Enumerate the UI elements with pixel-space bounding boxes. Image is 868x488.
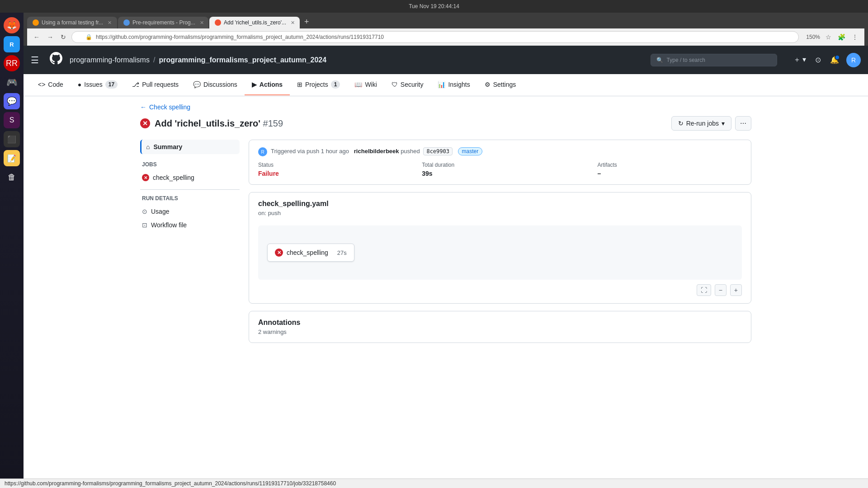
browser-chrome: Using a formal testing fr... ✕ Pre-requi… <box>24 13 868 46</box>
more-options-button[interactable]: ⋯ <box>735 116 751 131</box>
menu-button[interactable]: ⋮ <box>850 32 860 42</box>
app-icon-terminal[interactable]: ⬛ <box>4 131 20 147</box>
address-bar: ← → ↻ 🔒 https://github.com/programming-f… <box>27 28 864 46</box>
run-main-panel: R Triggered via push 1 hour ago richelbi… <box>249 140 751 343</box>
os-bar: Tue Nov 19 20:44:14 <box>0 0 868 13</box>
search-icon: 🔍 <box>656 57 663 63</box>
tab3-favicon <box>215 19 221 26</box>
org-link[interactable]: programming-formalisms <box>70 56 150 64</box>
app-icon-rr[interactable]: RR <box>4 55 20 71</box>
new-tab-button[interactable]: + <box>301 15 313 28</box>
artifacts-value: – <box>597 170 742 177</box>
fullscreen-button[interactable]: ⛶ <box>697 284 711 296</box>
sidebar-summary-label: Summary <box>153 143 182 150</box>
nav-wiki-label: Wiki <box>365 81 377 88</box>
user-avatar[interactable]: R <box>846 53 861 67</box>
app-icon-steam[interactable]: 🎮 <box>4 74 20 90</box>
tab1-close[interactable]: ✕ <box>108 20 112 26</box>
nav-code-label: Code <box>48 81 63 88</box>
star-button[interactable]: ☆ <box>824 32 833 42</box>
zoom-in-button[interactable]: + <box>730 284 742 296</box>
annotations-sub: 2 warnings <box>258 328 742 335</box>
pr-icon: ⎇ <box>132 81 139 88</box>
artifacts-col: Artifacts – <box>597 162 742 177</box>
duration-value: 39s <box>422 170 579 177</box>
nav-code[interactable]: <> Code <box>31 75 71 95</box>
usage-icon: ⊙ <box>142 208 147 215</box>
sidebar-workflow-file-label: Workflow file <box>151 221 187 229</box>
tab2-close[interactable]: ✕ <box>200 20 204 26</box>
run-status-icon: ✕ <box>140 118 150 128</box>
reload-button[interactable]: ↻ <box>59 32 68 42</box>
nav-pr-label: Pull requests <box>142 81 179 88</box>
nav-settings-label: Settings <box>493 81 516 88</box>
sidebar-workflow-file-item[interactable]: ⊡ Workflow file <box>140 219 240 231</box>
meta-grid: Status Failure Total duration 39s Artifa… <box>258 162 742 177</box>
nav-issues-label: Issues <box>84 81 102 88</box>
app-icon-slack[interactable]: S <box>4 112 20 128</box>
nav-projects-label: Projects <box>305 81 328 88</box>
nav-insights[interactable]: 📊 Insights <box>430 75 477 95</box>
rerun-chevron-icon: ▾ <box>722 120 725 127</box>
insights-icon: 📊 <box>438 81 445 88</box>
tab2-label: Pre-requirements - Prog... <box>132 19 195 26</box>
nav-discussions[interactable]: 💬 Discussions <box>186 75 245 95</box>
nav-security[interactable]: 🛡 Security <box>384 75 431 95</box>
actions-icon: ▶ <box>252 81 257 88</box>
github-nav: <> Code ● Issues 17 ⎇ Pull requests 💬 Di… <box>24 74 868 96</box>
browser-tab-3[interactable]: Add 'richel_utils.is_zero'... ✕ <box>209 17 300 28</box>
app-icon-notes[interactable]: 📝 <box>4 150 20 166</box>
workflow-card: check_spelling.yaml on: push ✕ check_spe… <box>249 192 751 304</box>
nav-projects[interactable]: ⊞ Projects 1 <box>290 74 347 96</box>
projects-icon: ⊞ <box>297 81 302 88</box>
nav-issues[interactable]: ● Issues 17 <box>71 74 125 96</box>
app-icon-trash[interactable]: 🗑 <box>4 169 20 185</box>
annotations-title: Annotations <box>258 319 742 327</box>
nav-pullrequests[interactable]: ⎇ Pull requests <box>125 75 186 95</box>
hamburger-menu[interactable]: ☰ <box>31 55 39 66</box>
status-value: Failure <box>258 170 404 177</box>
workflow-trigger: on: push <box>258 210 742 216</box>
nav-wiki[interactable]: 📖 Wiki <box>347 75 384 95</box>
back-link[interactable]: ← Check spelling <box>140 103 751 111</box>
app-icon-discord[interactable]: 💬 <box>4 93 20 109</box>
app-icon-r[interactable]: R <box>4 36 20 52</box>
issue-button[interactable]: ⊙ <box>813 54 823 66</box>
security-icon: 🛡 <box>392 81 398 88</box>
notification-button[interactable]: 🔔 <box>828 54 841 66</box>
browser-icons: ☆ 🧩 ⋮ <box>824 32 860 42</box>
tab3-close[interactable]: ✕ <box>291 20 295 26</box>
nav-discussions-label: Discussions <box>203 81 237 88</box>
zoom-out-button[interactable]: − <box>715 284 726 296</box>
zoom-controls: ⛶ − + <box>258 284 742 296</box>
job-node-duration: 27s <box>337 249 347 256</box>
tab1-label: Using a formal testing fr... <box>42 19 103 26</box>
rerun-jobs-button[interactable]: ↻ Re-run jobs ▾ <box>671 116 731 131</box>
branch-badge: master <box>458 147 483 155</box>
workflow-job-node[interactable]: ✕ check_spelling 27s <box>267 244 354 262</box>
home-icon: ⌂ <box>146 143 150 150</box>
firefox-icon[interactable]: 🦊 <box>4 17 20 33</box>
github-logo[interactable] <box>50 52 62 68</box>
plus-button[interactable]: ＋ ▾ <box>792 53 808 66</box>
repo-link[interactable]: programming_formalisms_project_autumn_20… <box>159 56 326 64</box>
sidebar-divider <box>140 189 240 190</box>
nav-actions[interactable]: ▶ Actions <box>245 75 290 95</box>
browser-tab-1[interactable]: Using a formal testing fr... ✕ <box>27 17 117 28</box>
back-button[interactable]: ← <box>32 32 42 42</box>
extensions-button[interactable]: 🧩 <box>836 32 847 42</box>
back-link-label: Check spelling <box>149 103 190 111</box>
discussions-icon: 💬 <box>193 81 201 88</box>
search-box[interactable]: 🔍 Type / to search <box>651 54 777 66</box>
trigger-row: R Triggered via push 1 hour ago richelbi… <box>258 147 742 156</box>
rerun-label: Re-run jobs <box>686 120 719 127</box>
code-icon: <> <box>38 81 45 88</box>
tab3-label: Add 'richel_utils.is_zero'... <box>224 19 286 26</box>
sidebar-job-check-spelling[interactable]: ✕ check_spelling <box>140 171 240 184</box>
sidebar-summary-item[interactable]: ⌂ Summary <box>140 140 240 154</box>
sidebar-usage-item[interactable]: ⊙ Usage <box>140 205 240 218</box>
browser-tab-2[interactable]: Pre-requirements - Prog... ✕ <box>118 17 208 28</box>
address-input[interactable]: 🔒 https://github.com/programming-formali… <box>71 31 799 43</box>
forward-button[interactable]: → <box>45 32 55 42</box>
nav-settings[interactable]: ⚙ Settings <box>477 75 524 95</box>
